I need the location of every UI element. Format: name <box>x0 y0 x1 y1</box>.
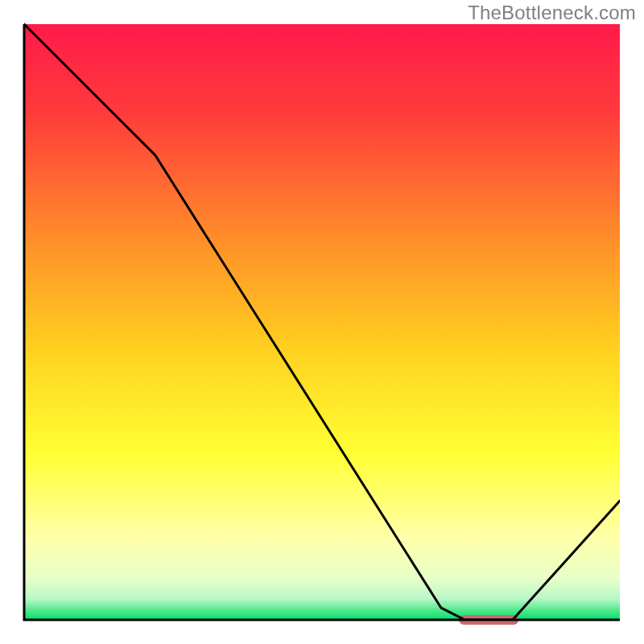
watermark-text: TheBottleneck.com <box>468 2 636 24</box>
chart-container: TheBottleneck.com <box>0 0 644 644</box>
bottleneck-chart <box>0 0 644 644</box>
